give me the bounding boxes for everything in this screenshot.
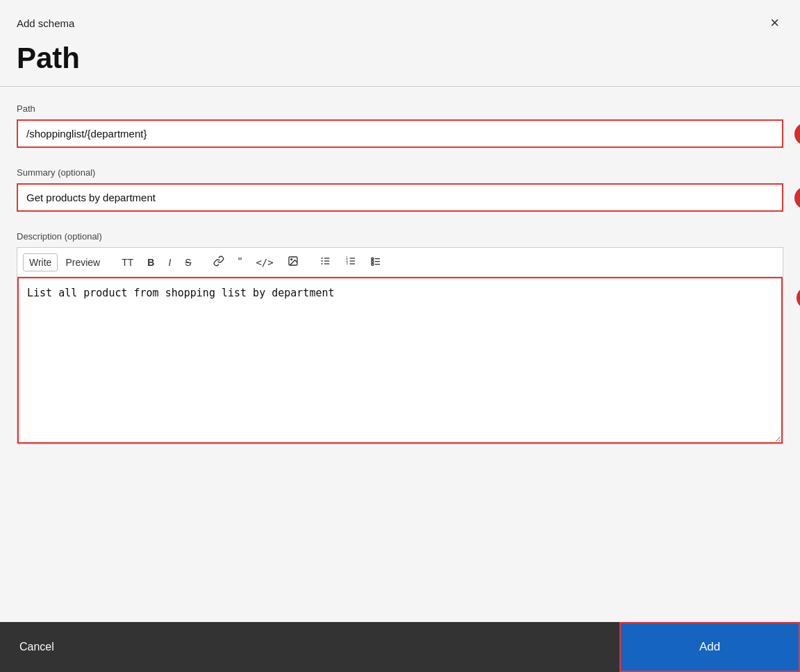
modal: Add schema × Path Path A Summary (option… [0, 0, 800, 672]
editor-content-wrapper: C [17, 277, 783, 444]
task-list-button[interactable] [364, 252, 388, 272]
add-btn-wrapper: Add D [619, 622, 800, 672]
svg-point-5 [321, 258, 322, 259]
description-label: Description (optional) [17, 231, 783, 242]
toolbar-divider-3 [309, 256, 310, 269]
svg-point-1 [290, 259, 292, 260]
code-button[interactable]: </> [249, 253, 279, 271]
summary-input-row: B [17, 183, 783, 212]
modal-footer: Cancel Add D [0, 622, 800, 672]
description-textarea[interactable] [17, 277, 783, 444]
svg-point-6 [321, 260, 322, 262]
unordered-list-button[interactable] [314, 252, 338, 272]
quote-button[interactable]: " [232, 253, 249, 272]
svg-point-7 [321, 263, 322, 264]
summary-label: Summary (optional) [17, 167, 783, 178]
page-title: Path [0, 39, 800, 86]
italic-button[interactable]: I [162, 253, 177, 271]
toolbar-divider-1 [110, 256, 111, 269]
svg-rect-18 [372, 263, 374, 265]
modal-body: Path A Summary (optional) B Description … [0, 87, 800, 608]
image-button[interactable] [281, 252, 305, 272]
path-input-row: A [17, 119, 783, 148]
svg-rect-16 [372, 260, 374, 262]
annotation-a: A [794, 123, 800, 145]
write-tab[interactable]: Write [23, 253, 58, 271]
annotation-b: B [794, 187, 800, 209]
add-button[interactable]: Add [619, 622, 800, 672]
link-button[interactable] [207, 252, 231, 272]
path-label: Path [17, 103, 783, 114]
summary-group: Summary (optional) B [17, 167, 783, 212]
svg-text:3: 3 [346, 262, 348, 265]
close-button[interactable]: × [766, 14, 783, 32]
tt-button[interactable]: TT [115, 253, 140, 271]
path-group: Path A [17, 103, 783, 148]
editor-toolbar: Write Preview TT B I S " </> [17, 248, 783, 277]
path-input[interactable] [17, 119, 783, 148]
summary-input[interactable] [17, 183, 783, 212]
description-group: Description (optional) Write Preview TT … [17, 231, 783, 444]
cancel-button[interactable]: Cancel [0, 622, 74, 672]
editor-container: Write Preview TT B I S " </> [17, 247, 783, 444]
ordered-list-button[interactable]: 123 [339, 252, 362, 272]
modal-header: Add schema × [0, 0, 800, 39]
modal-title: Add schema [17, 17, 74, 29]
toolbar-divider-2 [202, 256, 203, 269]
preview-tab[interactable]: Preview [59, 253, 106, 271]
strikethrough-button[interactable]: S [178, 253, 197, 271]
annotation-c: C [797, 287, 800, 309]
bold-button[interactable]: B [141, 253, 160, 271]
